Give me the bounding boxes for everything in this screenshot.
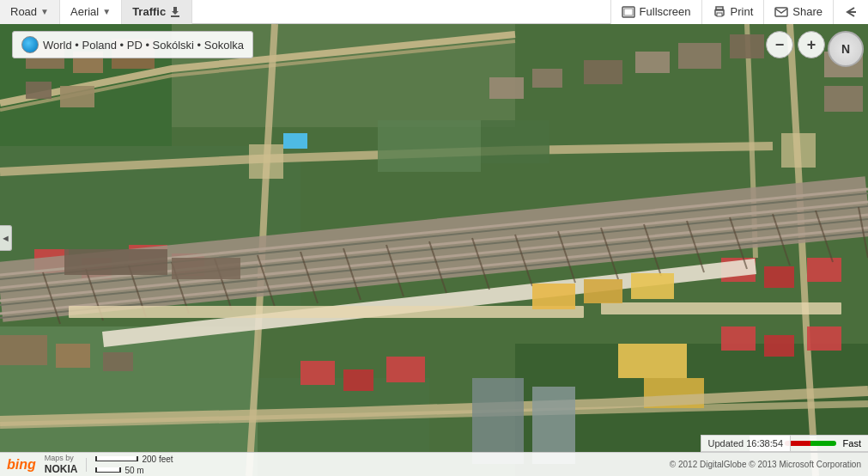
bing-logo: bing bbox=[7, 457, 36, 473]
svg-rect-14 bbox=[56, 344, 90, 368]
road-dropdown-arrow: ▼ bbox=[40, 7, 49, 16]
fullscreen-icon bbox=[622, 6, 635, 18]
traffic-label: Traffic bbox=[132, 5, 166, 18]
share-button[interactable]: Share bbox=[763, 0, 833, 24]
svg-rect-26 bbox=[764, 335, 794, 357]
svg-rect-54 bbox=[631, 273, 674, 299]
left-toggle[interactable]: ◄ bbox=[0, 225, 12, 251]
speed-fast bbox=[810, 441, 836, 446]
share-icon bbox=[774, 6, 788, 18]
scale-feet-label: 200 feet bbox=[142, 455, 173, 464]
toolbar: Road ▼ Aerial ▼ Traffic Fullscreen bbox=[0, 0, 868, 24]
svg-rect-24 bbox=[764, 266, 794, 288]
zoom-in-button[interactable]: + bbox=[798, 31, 825, 58]
fast-label: Fast bbox=[843, 438, 861, 449]
svg-rect-79 bbox=[775, 8, 787, 16]
scale-meters-bar bbox=[95, 467, 121, 473]
divider bbox=[86, 458, 87, 472]
svg-rect-51 bbox=[601, 302, 841, 314]
svg-rect-52 bbox=[532, 284, 575, 309]
road-label: Road bbox=[10, 5, 37, 18]
zoom-controls: − + bbox=[766, 31, 825, 58]
traffic-tab[interactable]: Traffic bbox=[122, 0, 192, 24]
print-label: Print bbox=[731, 5, 754, 18]
back-button[interactable] bbox=[833, 0, 868, 24]
breadcrumb-text: World • Poland • PD • Sokólski • Sokolka bbox=[43, 39, 244, 52]
toolbar-right: Fullscreen Print Share bbox=[610, 0, 868, 24]
svg-rect-70 bbox=[481, 120, 549, 163]
svg-rect-22 bbox=[386, 357, 425, 382]
nokia-text: NOKIA bbox=[45, 463, 78, 475]
svg-rect-64 bbox=[635, 52, 670, 73]
print-button[interactable]: Print bbox=[701, 0, 764, 24]
svg-rect-58 bbox=[172, 258, 240, 279]
scale-feet-bar bbox=[95, 456, 138, 461]
svg-rect-55 bbox=[618, 344, 687, 378]
svg-rect-77 bbox=[716, 7, 723, 10]
svg-rect-28 bbox=[807, 326, 841, 351]
bing-text: bing bbox=[7, 457, 36, 473]
left-toggle-label: ◄ bbox=[1, 233, 10, 243]
back-icon bbox=[844, 6, 858, 18]
svg-rect-15 bbox=[103, 352, 133, 371]
svg-rect-57 bbox=[64, 249, 167, 275]
svg-rect-11 bbox=[26, 82, 52, 99]
svg-rect-29 bbox=[283, 133, 307, 149]
zoom-out-button[interactable]: − bbox=[766, 31, 793, 58]
globe-icon bbox=[21, 36, 39, 53]
svg-rect-12 bbox=[60, 86, 94, 107]
svg-rect-53 bbox=[584, 279, 622, 303]
svg-rect-27 bbox=[807, 258, 841, 282]
svg-rect-20 bbox=[300, 361, 335, 385]
map-container[interactable]: Road ▼ Aerial ▼ Traffic Fullscreen bbox=[0, 0, 868, 476]
maps-by-text: Maps by bbox=[45, 454, 78, 463]
aerial-label: Aerial bbox=[70, 5, 99, 18]
print-icon bbox=[713, 6, 726, 18]
zoom-in-label: + bbox=[807, 36, 816, 54]
svg-rect-69 bbox=[378, 120, 481, 172]
updated-label: Updated 16:38:54 bbox=[708, 438, 783, 449]
svg-rect-73 bbox=[171, 15, 179, 17]
compass[interactable]: N bbox=[828, 31, 864, 67]
svg-rect-75 bbox=[624, 9, 633, 15]
svg-rect-66 bbox=[730, 34, 764, 58]
svg-rect-68 bbox=[824, 86, 863, 112]
aerial-tab[interactable]: Aerial ▼ bbox=[60, 0, 122, 24]
aerial-dropdown-arrow: ▼ bbox=[102, 7, 111, 16]
maps-by-nokia: Maps by NOKIA bbox=[45, 454, 78, 475]
map-image bbox=[0, 0, 868, 476]
copyright-text: © 2012 DigitalGlobe © 2013 Microsoft Cor… bbox=[670, 460, 861, 469]
svg-rect-63 bbox=[584, 60, 622, 84]
updated-time: Updated 16:38:54 bbox=[701, 435, 791, 452]
bottom-bar: bing Maps by NOKIA 200 feet 50 m © 2012 … bbox=[0, 452, 868, 476]
scale-bar: 200 feet 50 m bbox=[95, 455, 173, 475]
svg-rect-71 bbox=[472, 378, 524, 464]
svg-rect-50 bbox=[69, 306, 584, 318]
breadcrumb[interactable]: World • Poland • PD • Sokólski • Sokolka bbox=[12, 31, 253, 58]
road-tab[interactable]: Road ▼ bbox=[0, 0, 60, 24]
svg-rect-65 bbox=[678, 43, 721, 69]
zoom-out-label: − bbox=[775, 36, 785, 54]
fullscreen-button[interactable]: Fullscreen bbox=[610, 0, 701, 24]
scale-meters-label: 50 m bbox=[124, 466, 143, 475]
download-icon bbox=[169, 6, 181, 18]
svg-rect-78 bbox=[717, 13, 722, 16]
fullscreen-label: Fullscreen bbox=[640, 5, 691, 18]
share-label: Share bbox=[792, 5, 822, 18]
svg-rect-21 bbox=[343, 369, 373, 391]
speed-bar bbox=[785, 441, 836, 446]
svg-rect-25 bbox=[721, 326, 756, 351]
svg-rect-13 bbox=[0, 335, 47, 365]
svg-rect-62 bbox=[532, 69, 562, 88]
svg-rect-61 bbox=[489, 77, 524, 99]
compass-label: N bbox=[841, 42, 850, 56]
svg-rect-59 bbox=[249, 144, 283, 179]
svg-rect-60 bbox=[781, 133, 816, 168]
